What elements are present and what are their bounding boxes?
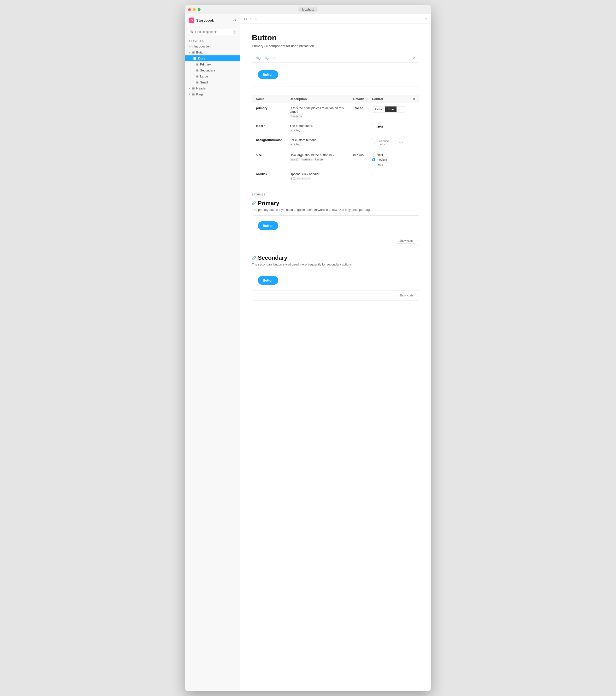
col-default: Default	[349, 95, 368, 104]
radio-medium[interactable]: medium	[372, 158, 405, 161]
app-window: localhost S Storybook ⚙ 🔍 / EXAMPLES ⋯	[185, 5, 431, 691]
arg-name-primary: primary	[256, 106, 267, 110]
gear-icon[interactable]: ⚙	[233, 18, 236, 22]
col-description: Description	[286, 95, 349, 104]
arg-control-onclick: -	[372, 172, 373, 176]
sidebar-item-page[interactable]: ▸ ⊞ Page	[185, 91, 240, 97]
show-code-primary-button[interactable]: Show code	[397, 238, 416, 244]
sidebar-item-button[interactable]: ▾ ⊞ Button	[185, 49, 240, 56]
external-link-icon[interactable]: ↗	[424, 17, 427, 21]
minimize-dot[interactable]	[193, 8, 196, 11]
zoom-out-button[interactable]: 🔍-	[264, 56, 270, 60]
story-secondary-button[interactable]: Button	[258, 276, 278, 285]
nav-section-label: EXAMPLES ⋯	[185, 37, 240, 43]
close-dot[interactable]	[188, 8, 191, 11]
main-content: Button Primary UI component for user int…	[240, 24, 431, 691]
arg-default-label: -	[353, 124, 354, 128]
arg-type-onclick: (() => void)	[289, 177, 311, 180]
arg-type-bgcolor: string	[289, 143, 301, 146]
sidebar-item-header[interactable]: ▸ ⊞ Header	[185, 85, 240, 91]
color-swatch	[374, 141, 378, 144]
label-input[interactable]	[372, 124, 403, 130]
arg-default-bgcolor: -	[353, 138, 354, 142]
toggle-false-button[interactable]: False	[372, 107, 385, 112]
app-name: Storybook	[196, 18, 214, 22]
sidebar-header: S Storybook ⚙	[185, 14, 240, 26]
chevron-right-icon: ▸	[189, 87, 190, 90]
story-icon-large: ▣	[196, 75, 199, 78]
url-bar[interactable]: localhost	[298, 7, 317, 12]
radio-dot-small	[372, 153, 375, 157]
preview-toolbar: 🔍+ 🔍- ↺ ↗	[252, 54, 419, 63]
page-subtitle: Primary UI component for user interactio…	[252, 44, 419, 48]
preview-button[interactable]: Button	[258, 70, 278, 79]
show-code-secondary-button[interactable]: Show code	[397, 292, 416, 298]
sidebar-item-introduction[interactable]: 📄 Introduction	[185, 43, 240, 49]
code-icon[interactable]: </>	[399, 141, 403, 144]
zoom-in-button[interactable]: 🔍+	[255, 56, 263, 60]
sidebar-toggle-icon[interactable]: ⊟	[244, 17, 247, 21]
story-icon-small: ▣	[196, 81, 199, 84]
color-control[interactable]: Choose color... </>	[372, 138, 405, 147]
table-row: label* The button label. string -	[252, 121, 419, 135]
sidebar-item-header-label: Header	[196, 86, 207, 90]
chevron-down-icon: ▾	[189, 51, 190, 54]
app-logo: S Storybook	[189, 17, 214, 23]
link-icon-secondary[interactable]: 🔗	[252, 256, 256, 260]
reset-all-icon[interactable]: ↺	[413, 97, 415, 101]
story-primary-title: 🔗 Primary	[252, 200, 419, 206]
sidebar-item-button-small[interactable]: ▣ Small	[185, 79, 240, 85]
story-primary: 🔗 Primary The primary button style used …	[252, 200, 419, 246]
story-primary-desc: The primary button style used to guide u…	[252, 208, 419, 211]
radio-dot-medium	[372, 158, 375, 161]
stories-label: STORIES	[252, 193, 419, 196]
sidebar-item-button-primary[interactable]: ▣ Primary	[185, 61, 240, 67]
section-icon: ⋯	[234, 40, 236, 43]
maximize-dot[interactable]	[198, 8, 201, 11]
zoom-reset-button[interactable]: ↺	[271, 56, 276, 60]
sidebar-item-button-docs[interactable]: 📄 Docs	[185, 56, 240, 61]
arg-desc-onclick: Optional click handler	[289, 172, 319, 176]
open-external-button[interactable]: ↗	[412, 56, 416, 60]
story-secondary-preview-area: Button	[252, 270, 419, 290]
sidebar-item-small-label: Small	[200, 81, 208, 84]
arg-name-onclick: onClick	[256, 172, 267, 176]
table-row: primary Is this the principle call to ac…	[252, 104, 419, 121]
main-panel: ⊟ ✦ ⊞ ↗ Button Primary UI component for …	[240, 14, 431, 691]
docs-icon: 📄	[193, 57, 197, 60]
sidebar-item-button-secondary[interactable]: ▣ Secondary	[185, 67, 240, 74]
toggle-primary[interactable]: False True	[372, 106, 405, 112]
story-icon-primary: ▣	[196, 63, 199, 66]
radio-small[interactable]: small	[372, 153, 405, 157]
story-secondary-desc: The secondary button styled used more fr…	[252, 263, 419, 266]
sidebar-item-primary-label: Primary	[200, 63, 211, 66]
sidebar: S Storybook ⚙ 🔍 / EXAMPLES ⋯ 📄 Introduct…	[185, 14, 240, 691]
main-toolbar: ⊟ ✦ ⊞ ↗	[240, 14, 431, 24]
story-secondary-title: 🔗 Secondary	[252, 254, 419, 261]
fullscreen-icon[interactable]: ⊞	[255, 17, 258, 21]
arg-name-bgcolor: backgroundColor	[256, 138, 282, 142]
table-row: size How large should the button be? sma…	[252, 151, 419, 169]
toggle-true-button[interactable]: True	[385, 107, 396, 112]
search-box[interactable]: 🔍 /	[188, 29, 237, 35]
radio-label-small: small	[377, 153, 383, 157]
search-shortcut: /	[233, 30, 236, 34]
required-marker: *	[264, 124, 265, 128]
stories-section: STORIES 🔗 Primary The primary button sty…	[252, 193, 419, 301]
sidebar-item-docs-label: Docs	[198, 57, 205, 60]
arg-default-onclick: -	[353, 172, 354, 176]
page-component-icon: ⊞	[192, 93, 195, 96]
page-title: Button	[252, 33, 419, 42]
table-row: onClick Optional click handler (() => vo…	[252, 169, 419, 184]
radio-large[interactable]: large	[372, 163, 405, 166]
arg-default-primary: false	[353, 106, 364, 110]
story-primary-button[interactable]: Button	[258, 221, 278, 230]
titlebar: localhost	[185, 5, 431, 14]
link-icon-primary[interactable]: 🔗	[252, 201, 256, 205]
sidebar-item-button-large[interactable]: ▣ Large	[185, 74, 240, 79]
search-input[interactable]	[195, 30, 231, 34]
app-layout: S Storybook ⚙ 🔍 / EXAMPLES ⋯ 📄 Introduct…	[185, 14, 431, 691]
arg-name-size: size	[256, 153, 262, 157]
addons-icon[interactable]: ✦	[250, 17, 252, 21]
story-secondary: 🔗 Secondary The secondary button styled …	[252, 254, 419, 301]
